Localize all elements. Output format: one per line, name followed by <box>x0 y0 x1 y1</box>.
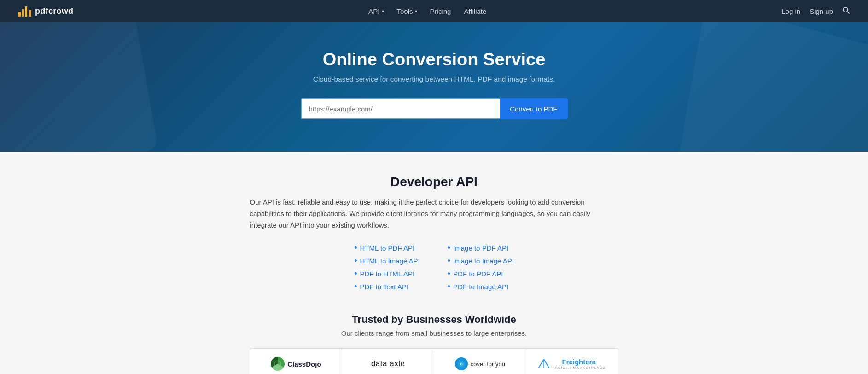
nav-center: API ▾ Tools ▾ Pricing Affiliate <box>368 7 486 15</box>
trusted-section: Trusted by Businesses Worldwide Our clie… <box>250 314 618 374</box>
freightera-text: Freightera FREIGHT MARKETPLACE <box>552 358 606 370</box>
freightera-icon <box>538 358 549 369</box>
svg-line-1 <box>847 12 849 13</box>
api-links-col1: • HTML to PDF API • HTML to Image API • … <box>354 244 420 291</box>
api-description: Our API is fast, reliable and easy to us… <box>250 197 618 231</box>
logo-coverforyou: C cover for you <box>434 349 526 374</box>
logo-text: pdfcrowd <box>35 6 73 16</box>
nav-tools[interactable]: Tools ▾ <box>397 7 417 15</box>
nav-pricing[interactable]: Pricing <box>430 7 451 15</box>
logos-row: ClassDojo data axle C cover for you <box>250 348 618 374</box>
api-link-html-image[interactable]: • HTML to Image API <box>354 257 420 265</box>
bullet-dot: • <box>448 282 450 291</box>
logo-icon <box>18 6 31 17</box>
dataaxle-text: data axle <box>371 359 405 368</box>
api-link-pdf-text[interactable]: • PDF to Text API <box>354 282 408 291</box>
logo-classdojo: ClassDojo <box>250 349 343 374</box>
login-link[interactable]: Log in <box>781 7 800 15</box>
convert-button[interactable]: Convert to PDF <box>500 98 567 119</box>
tools-dropdown-arrow: ▾ <box>415 9 417 14</box>
navbar: pdfcrowd API ▾ Tools ▾ Pricing Affiliate… <box>0 0 868 22</box>
svg-point-2 <box>274 361 281 367</box>
bullet-dot: • <box>448 269 450 278</box>
hero-subtitle: Cloud-based service for converting betwe… <box>313 75 555 83</box>
search-button[interactable] <box>842 6 850 16</box>
url-input[interactable] <box>301 98 500 119</box>
developer-api-section: Developer API Our API is fast, reliable … <box>250 175 618 291</box>
hero-form: Convert to PDF <box>301 98 568 119</box>
bullet-dot: • <box>448 257 450 265</box>
api-title: Developer API <box>250 175 618 189</box>
bullet-dot: • <box>354 244 357 252</box>
main-content: Developer API Our API is fast, reliable … <box>0 152 868 374</box>
api-links-grid: • HTML to PDF API • HTML to Image API • … <box>250 244 618 291</box>
logo-dataaxle: data axle <box>342 351 434 374</box>
trusted-title: Trusted by Businesses Worldwide <box>250 314 618 326</box>
api-link-image-pdf[interactable]: • Image to PDF API <box>448 244 508 252</box>
api-link-pdf-html[interactable]: • PDF to HTML API <box>354 269 414 278</box>
logo-freightera: Freightera FREIGHT MARKETPLACE <box>526 350 618 374</box>
classdojo-icon <box>271 357 285 371</box>
api-link-image-image[interactable]: • Image to Image API <box>448 257 514 265</box>
logo[interactable]: pdfcrowd <box>18 6 73 17</box>
nav-affiliate[interactable]: Affiliate <box>464 7 486 15</box>
api-links-col2: • Image to PDF API • Image to Image API … <box>448 244 514 291</box>
api-link-pdf-pdf[interactable]: • PDF to PDF API <box>448 269 503 278</box>
bullet-dot: • <box>354 269 357 278</box>
hero-section: Online Conversion Service Cloud-based se… <box>0 22 868 152</box>
trusted-subtitle: Our clients range from small businesses … <box>250 329 618 337</box>
bullet-dot: • <box>448 244 450 252</box>
hero-title: Online Conversion Service <box>323 50 546 70</box>
nav-api[interactable]: API ▾ <box>368 7 384 15</box>
bullet-dot: • <box>354 257 357 265</box>
bullet-dot: • <box>354 282 357 291</box>
coverforyou-icon: C <box>455 357 468 370</box>
api-link-pdf-image[interactable]: • PDF to Image API <box>448 282 508 291</box>
signup-link[interactable]: Sign up <box>810 7 833 15</box>
api-dropdown-arrow: ▾ <box>382 9 384 14</box>
nav-right: Log in Sign up <box>781 6 850 16</box>
api-link-html-pdf[interactable]: • HTML to PDF API <box>354 244 414 252</box>
